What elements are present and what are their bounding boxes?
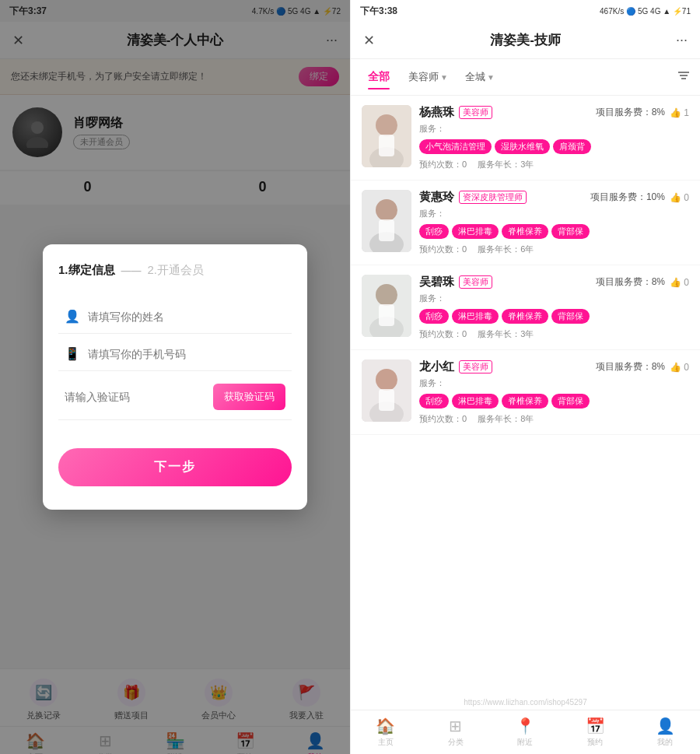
- tech-tag-1-1: 淋巴排毒: [452, 224, 499, 239]
- right-tab-appointment[interactable]: 📅 预约: [560, 717, 630, 748]
- tech-name-row-1: 黄惠玲 资深皮肤管理师 项目服务费：10% 👍 0: [419, 190, 689, 205]
- right-tab-bar: 🏠 主页 ⊞ 分类 📍 附近 📅 预约 👤 我的: [351, 710, 700, 754]
- tech-name-1: 黄惠玲: [419, 190, 454, 205]
- tech-tag-2-3: 背部保: [551, 309, 590, 324]
- tech-item-1[interactable]: 黄惠玲 资深皮肤管理师 项目服务费：10% 👍 0 服务： 刮痧 淋巴排毒 脊椎…: [351, 181, 700, 265]
- beautician-dropdown-arrow: ▼: [440, 73, 448, 82]
- tech-avatar-svg-0: [362, 105, 411, 167]
- tech-avatar-svg-1: [362, 190, 411, 252]
- watermark: https://www.liizhan.com/ishop45297: [351, 695, 700, 710]
- tech-appt-1: 预约次数：0: [419, 244, 467, 255]
- right-appointment-icon: 📅: [586, 717, 605, 735]
- tech-years-3: 服务年长：8年: [478, 413, 534, 425]
- tech-fee-2: 项目服务费：8%: [596, 275, 665, 289]
- tech-years-2: 服务年长：3年: [478, 328, 534, 340]
- tech-tag-2-1: 淋巴排毒: [452, 309, 499, 324]
- tech-avatar-2: [362, 275, 411, 337]
- svg-rect-16: [379, 304, 394, 326]
- tech-service-label-1: 服务：: [419, 208, 689, 219]
- right-tab-home[interactable]: 🏠 主页: [351, 717, 421, 748]
- tech-appt-2: 预约次数：0: [419, 328, 467, 340]
- right-close-icon[interactable]: ✕: [363, 32, 375, 49]
- phone-field: 📱: [58, 337, 292, 371]
- tech-meta-3: 预约次数：0 服务年长：8年: [419, 413, 689, 425]
- right-panel: 下午3:38 467K/s 🔵 5G 4G ▲ ⚡71 ✕ 清姿美-技师 ···…: [350, 0, 700, 754]
- filter-bar: 全部 美容师 ▼ 全城 ▼: [351, 59, 700, 96]
- phone-icon: 📱: [65, 346, 80, 361]
- tech-appt-0: 预约次数：0: [419, 159, 467, 170]
- right-top-nav: ✕ 清姿美-技师 ···: [351, 22, 700, 59]
- right-network-speed: 467K/s: [600, 7, 624, 16]
- tech-tag-1-2: 脊椎保养: [502, 224, 548, 239]
- right-mine-label: 我的: [657, 737, 673, 748]
- tech-meta-2: 预约次数：0 服务年长：3年: [419, 328, 689, 340]
- tech-avatar-3: [362, 359, 411, 422]
- right-time: 下午3:38: [360, 5, 397, 18]
- right-tab-nearby[interactable]: 📍 附近: [491, 717, 561, 748]
- filter-button[interactable]: [677, 68, 691, 86]
- svg-point-18: [376, 369, 397, 391]
- person-icon: 👤: [65, 309, 80, 324]
- tech-tag-3-2: 脊椎保养: [502, 394, 548, 409]
- tech-tag-0-0: 小气泡清洁管理: [419, 139, 492, 154]
- next-button[interactable]: 下一步: [58, 448, 292, 486]
- tech-like-1: 👍 0: [670, 192, 689, 203]
- tech-item-3[interactable]: 龙小红 美容师 项目服务费：8% 👍 0 服务： 刮痧 淋巴排毒 脊椎保养 背部…: [351, 350, 700, 435]
- svg-point-10: [376, 199, 397, 221]
- filter-city-label: 全城: [465, 70, 485, 84]
- tech-service-label-3: 服务：: [419, 377, 689, 389]
- get-code-button[interactable]: 获取验证码: [213, 384, 285, 410]
- tech-tags-0: 小气泡清洁管理 湿肤水维氧 肩颈背: [419, 139, 689, 154]
- tech-tag-1-3: 背部保: [551, 224, 590, 239]
- right-category-label: 分类: [448, 737, 464, 748]
- tech-item-0[interactable]: 杨燕珠 美容师 项目服务费：8% 👍 1 服务： 小气泡清洁管理 湿肤水维氧 肩…: [351, 96, 700, 181]
- right-tab-category[interactable]: ⊞ 分类: [421, 717, 491, 748]
- tech-meta-0: 预约次数：0 服务年长：3年: [419, 159, 689, 170]
- tech-name-row-0: 杨燕珠 美容师 项目服务费：8% 👍 1: [419, 105, 689, 120]
- tech-name-3: 龙小红: [419, 359, 454, 374]
- filter-tab-all[interactable]: 全部: [360, 65, 397, 89]
- tech-item-2[interactable]: 吴碧珠 美容师 项目服务费：8% 👍 0 服务： 刮痧 淋巴排毒 脊椎保养 背部…: [351, 265, 700, 350]
- tech-tags-3: 刮痧 淋巴排毒 脊椎保养 背部保: [419, 394, 689, 409]
- right-mine-icon: 👤: [656, 717, 675, 735]
- filter-tab-beautician[interactable]: 美容师 ▼: [402, 65, 454, 89]
- right-appointment-label: 预约: [587, 737, 603, 748]
- right-more-icon[interactable]: ···: [676, 32, 688, 48]
- tech-role-0: 美容师: [459, 106, 492, 119]
- tech-tag-0-2: 肩颈背: [553, 139, 591, 154]
- tech-appt-3: 预约次数：0: [419, 413, 467, 425]
- code-input[interactable]: [65, 391, 205, 403]
- tech-like-3: 👍 0: [670, 362, 689, 373]
- tech-tags-1: 刮痧 淋巴排毒 脊椎保养 背部保: [419, 224, 689, 239]
- name-field: 👤: [58, 300, 292, 334]
- tech-tag-3-1: 淋巴排毒: [452, 394, 499, 409]
- tech-name-0: 杨燕珠: [419, 105, 454, 120]
- tech-role-1: 资深皮肤管理师: [459, 191, 527, 204]
- right-category-icon: ⊞: [449, 717, 462, 735]
- tech-role-2: 美容师: [459, 275, 492, 289]
- tech-info-1: 黄惠玲 资深皮肤管理师 项目服务费：10% 👍 0 服务： 刮痧 淋巴排毒 脊椎…: [419, 190, 689, 255]
- filter-all-label: 全部: [368, 70, 390, 82]
- name-input[interactable]: [88, 310, 285, 323]
- tech-tag-2-2: 脊椎保养: [502, 309, 548, 324]
- tech-tag-1-0: 刮痧: [419, 224, 449, 239]
- tech-tag-3-3: 背部保: [551, 394, 590, 409]
- right-home-icon: 🏠: [376, 717, 395, 735]
- tech-avatar-svg-2: [362, 275, 411, 337]
- right-nearby-icon: 📍: [516, 717, 535, 735]
- tech-years-1: 服务年长：6年: [478, 244, 534, 255]
- tech-name-2: 吴碧珠: [419, 275, 454, 289]
- technician-list: 杨燕珠 美容师 项目服务费：8% 👍 1 服务： 小气泡清洁管理 湿肤水维氧 肩…: [351, 96, 700, 695]
- step-2-label: 2.开通会员: [148, 263, 205, 278]
- tech-like-0: 👍 1: [670, 107, 689, 118]
- filter-icon: [677, 68, 691, 82]
- tech-fee-0: 项目服务费：8%: [596, 106, 665, 119]
- modal-overlay: 1.绑定信息 —— 2.开通会员 👤 📱 获取验证码 下一步: [0, 0, 350, 754]
- phone-input[interactable]: [88, 348, 285, 360]
- tech-service-label-2: 服务：: [419, 293, 689, 304]
- right-signal-icons: 🔵 5G 4G ▲ ⚡71: [626, 7, 691, 16]
- right-tab-mine[interactable]: 👤 我的: [630, 717, 700, 748]
- tech-tag-3-0: 刮痧: [419, 394, 449, 409]
- tech-avatar-svg-3: [362, 359, 411, 422]
- filter-tab-city[interactable]: 全城 ▼: [459, 65, 501, 89]
